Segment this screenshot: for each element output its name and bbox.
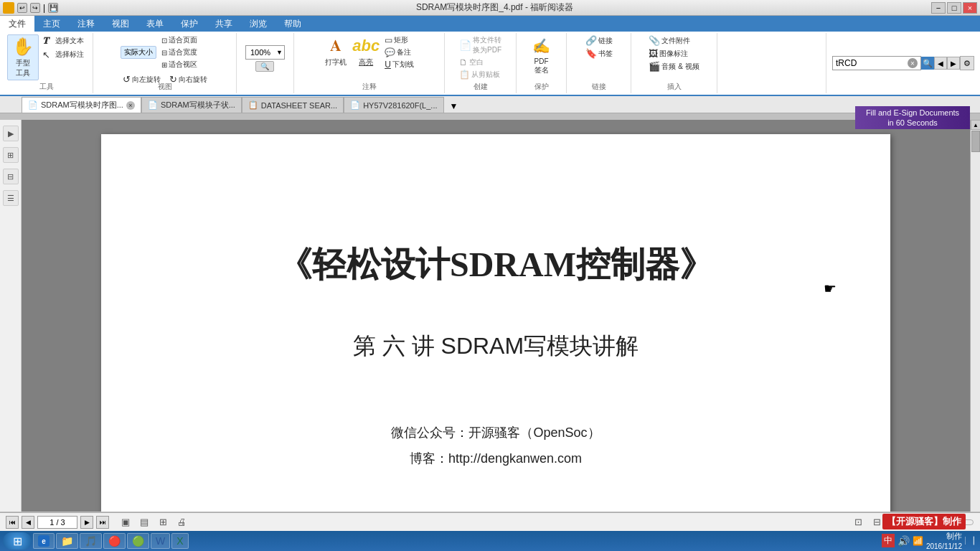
from-clipboard-button[interactable]: 📋 从剪贴板	[457, 69, 502, 80]
bookmark-button[interactable]: 🔖 书签	[583, 47, 615, 60]
explorer-icon: 📁	[61, 535, 73, 547]
page-input-wrap	[37, 516, 77, 529]
scroll-thumb[interactable]	[971, 131, 980, 152]
volume-icon[interactable]: 🔊	[897, 535, 910, 547]
ribbon-group-annotate: 𝐀 打字机 abc 高亮 ▭ 矩形 💬 备注 U 下划线	[294, 33, 445, 93]
zoom-in-button[interactable]: 🔍	[255, 61, 274, 72]
redo-btn[interactable]: ↪	[30, 3, 40, 13]
scroll-up-button[interactable]: ▲	[971, 120, 980, 130]
start-button[interactable]: ⊞	[3, 532, 32, 550]
rotate-right-button[interactable]: ↻ 向右旋转	[167, 73, 209, 85]
menu-annotate[interactable]: 注释	[69, 16, 103, 32]
pdf-sign-button[interactable]: ✍ PDF签名	[528, 34, 555, 77]
menu-browse[interactable]: 浏览	[241, 16, 275, 32]
tab-0[interactable]: 📄 SDRAM写模块时序图... ×	[22, 97, 141, 113]
taskbar-ie[interactable]: e	[33, 533, 55, 549]
audio-video-button[interactable]: 🎬 音频 & 视频	[646, 60, 701, 72]
highlight-button[interactable]: abc 高亮	[352, 34, 380, 69]
ad-line1: Fill and E-Sign Documents	[866, 108, 959, 118]
select-text-button[interactable]: 𝐓 选择文本	[40, 34, 86, 47]
menu-bar: 文件 主页 注释 视图 表单 保护 共享 浏览 帮助	[0, 16, 980, 32]
titlebar-separator: |	[43, 3, 45, 13]
fit-page-bottom-btn[interactable]: ⊡	[851, 514, 867, 530]
ribbon-group-zoom: 100% ▼ 🔍	[237, 33, 294, 93]
prev-page-button[interactable]: ◀	[22, 516, 34, 529]
single-page-btn[interactable]: ▣	[118, 514, 133, 530]
last-page-button[interactable]: ⏭	[96, 516, 109, 529]
fit-width-label: 适合宽度	[169, 47, 197, 57]
sidebar-bookmarks-btn[interactable]: ⊟	[3, 169, 19, 184]
print-btn[interactable]: 🖨	[174, 514, 189, 530]
network-icon[interactable]: 📶	[913, 536, 923, 546]
sidebar-thumbnails-btn[interactable]: ⊞	[3, 147, 19, 163]
quick-save-btn[interactable]: 💾	[48, 3, 58, 13]
audio-video-label: 音频 & 视频	[661, 62, 699, 72]
search-input[interactable]	[836, 58, 908, 68]
search-next-button[interactable]: ▶	[947, 57, 960, 70]
sidebar-layers-btn[interactable]: ☰	[3, 190, 19, 206]
next-page-button[interactable]: ▶	[80, 516, 93, 529]
menu-home[interactable]: 主页	[34, 16, 69, 32]
taskbar-clock[interactable]: 制作 2016/11/12	[926, 531, 962, 550]
menu-help[interactable]: 帮助	[275, 16, 310, 32]
rectangle-button[interactable]: ▭ 矩形	[382, 34, 416, 46]
search-clear-button[interactable]: ×	[908, 58, 918, 68]
menu-file[interactable]: 文件	[0, 16, 34, 32]
sidebar-expand-btn[interactable]: ▶	[3, 126, 19, 141]
fit-width-button[interactable]: ⊟ 适合宽度	[159, 47, 199, 58]
select-tools-col: 𝐓 选择文本 ↖ 选择标注	[40, 34, 86, 71]
note-button[interactable]: 💬 备注	[382, 47, 416, 58]
tab-0-close[interactable]: ×	[126, 101, 135, 110]
maximize-button[interactable]: □	[947, 2, 961, 14]
taskbar-explorer[interactable]: 📁	[56, 533, 78, 549]
taskbar-media[interactable]: 🎵	[80, 533, 102, 549]
rotate-left-button[interactable]: ↺ 向左旋转	[121, 73, 163, 85]
taskbar-word[interactable]: W	[151, 533, 170, 549]
menu-form[interactable]: 表单	[138, 16, 172, 32]
actual-size-button[interactable]: 实际大小	[121, 46, 156, 59]
taskbar-excel[interactable]: X	[171, 533, 188, 549]
tab-2-label: DATASHEET SEAR...	[261, 101, 337, 110]
close-button[interactable]: ×	[963, 2, 977, 14]
rotate-left-label: 向左旋转	[132, 75, 161, 85]
taskbar-app4[interactable]: 🔴	[103, 533, 126, 549]
fit-area-button[interactable]: ⊞ 适合视区	[159, 59, 199, 70]
search-options-button[interactable]: ⚙	[960, 56, 974, 70]
menu-protect[interactable]: 保护	[172, 16, 207, 32]
menu-share[interactable]: 共享	[207, 16, 241, 32]
zoom-dropdown-icon[interactable]: ▼	[275, 49, 284, 56]
pdf-info: 微信公众号：开源骚客（OpenSoc） 博客：http://dengkanwen…	[391, 420, 600, 471]
search-prev-button[interactable]: ◀	[934, 57, 947, 70]
undo-btn[interactable]: ↩	[17, 3, 27, 13]
tab-2[interactable]: 📋 DATASHEET SEAR...	[242, 97, 344, 113]
select-annot-button[interactable]: ↖ 选择标注	[40, 48, 86, 61]
taskbar-app5[interactable]: 🟢	[127, 533, 149, 549]
blank-icon: 🗋	[459, 57, 468, 67]
ribbon-group-create: 📄 将文件转换为PDF 🗋 空白 📋 从剪贴板 创建	[445, 33, 517, 93]
show-desktop-btn[interactable]: ▕	[965, 537, 974, 545]
tabs-overflow-button[interactable]: ▼	[447, 100, 461, 113]
convert-to-pdf-button[interactable]: 📄 将文件转换为PDF	[457, 34, 504, 56]
ad-banner[interactable]: Fill and E-Sign Documents in 60 Seconds	[855, 106, 970, 129]
image-annot-button[interactable]: 🖼 图像标注	[646, 47, 690, 60]
menu-view[interactable]: 视图	[103, 16, 138, 32]
continuous-page-btn[interactable]: ▤	[136, 514, 152, 530]
tab-3[interactable]: 📄 HY57V281620F(L_...	[344, 97, 443, 113]
underline-button[interactable]: U 下划线	[382, 59, 416, 70]
first-page-button[interactable]: ⏮	[6, 516, 19, 529]
hand-tool-button[interactable]: ✋ 手型工具	[7, 34, 39, 80]
search-button[interactable]: 🔍	[921, 57, 934, 70]
ime-icon[interactable]: 中	[882, 534, 895, 547]
file-attach-button[interactable]: 📎 文件附件	[646, 34, 692, 47]
minimize-button[interactable]: −	[931, 2, 946, 14]
page-input[interactable]	[39, 518, 75, 527]
link-group-label: 链接	[592, 82, 606, 92]
blank-page-button[interactable]: 🗋 空白	[457, 57, 486, 68]
ribbon-group-insert: 📎 文件附件 🖼 图像标注 🎬 音频 & 视频 插入	[631, 33, 717, 93]
excel-icon: X	[176, 535, 183, 547]
tab-1[interactable]: 📄 SDRAM写模块子状...	[141, 97, 242, 113]
two-page-btn[interactable]: ⊞	[155, 514, 171, 530]
link-button[interactable]: 🔗 链接	[583, 34, 615, 47]
fit-page-button[interactable]: ⊡ 适合页面	[159, 34, 199, 46]
typewriter-button[interactable]: 𝐀 打字机	[322, 34, 349, 69]
